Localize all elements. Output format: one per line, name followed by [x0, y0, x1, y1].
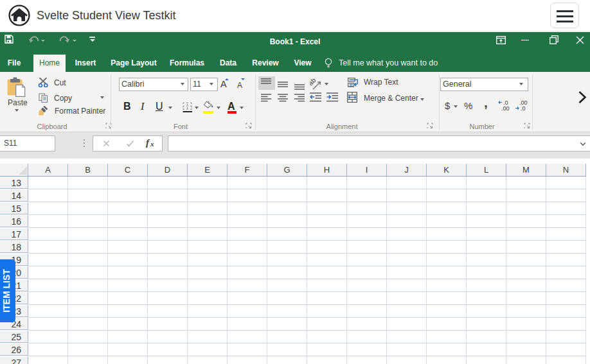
svg-text:.00: .00: [501, 105, 510, 111]
svg-text:ab: ab: [310, 77, 317, 87]
svg-text:.0: .0: [521, 105, 526, 111]
